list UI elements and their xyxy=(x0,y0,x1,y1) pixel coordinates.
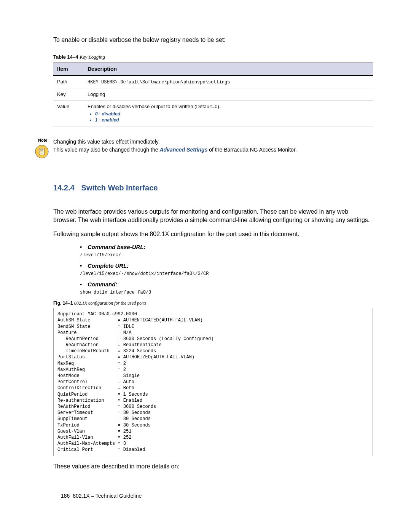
paragraph: Following sample output shows the 802.1X… xyxy=(53,230,373,238)
sub-item: •Command base-URL: xyxy=(80,244,373,250)
cell-item: Value xyxy=(53,101,84,126)
table-row: Key Logging xyxy=(53,88,373,101)
sub-item: •Complete URL: xyxy=(80,262,373,269)
cell-desc: HKEY_USERS\.Default\Software\phion\phion… xyxy=(84,75,373,88)
section-heading: 14.2.4Switch Web Interface xyxy=(53,184,373,192)
table-caption-title: Key Logging xyxy=(80,54,105,60)
table-row: Path HKEY_USERS\.Default\Software\phion\… xyxy=(53,75,373,88)
cell-item: Path xyxy=(53,75,84,88)
table-row: Value Enables or disables verbose output… xyxy=(53,101,373,126)
note-line2b: of the Barracuda NG Access Monitor. xyxy=(207,147,296,153)
th-item: Item xyxy=(53,63,84,76)
figure-caption: Fig. 14–1 802.1X configuration for the u… xyxy=(53,300,373,306)
note-label: Note xyxy=(38,138,47,142)
page-number: 186 xyxy=(61,493,70,499)
value-options-list: 0 - disabled 1 - enabled xyxy=(88,111,369,123)
section-number: 14.2.4 xyxy=(53,184,75,192)
note-text: Changing this value takes effect immedia… xyxy=(53,138,373,154)
figure-caption-label: Fig. 14–1 xyxy=(53,300,73,306)
intro-text: To enable or disable verbose the below r… xyxy=(53,37,373,43)
cell-desc: Enables or disables verbose output to be… xyxy=(84,101,373,126)
th-description: Description xyxy=(84,63,373,76)
note-line2a: This value may also be changed through t… xyxy=(53,147,159,153)
svg-rect-1 xyxy=(39,148,45,155)
table-caption-label: Table 14–4 xyxy=(53,54,78,60)
table-caption: Table 14–4 Key Logging xyxy=(53,54,373,60)
cell-desc: Logging xyxy=(84,88,373,101)
note-icon xyxy=(35,145,49,158)
footer-text: 802.1X – Technical Guideline xyxy=(73,493,142,499)
figure-caption-title: 802.1X configuration for the used ports xyxy=(74,300,147,306)
sub-item-label: Command: xyxy=(88,281,117,288)
sub-item: •Command: xyxy=(80,281,373,288)
advanced-settings-link[interactable]: Advanced Settings xyxy=(159,147,207,153)
config-output: Supplicant MAC 00a0.c992.0000 AuthSM Sta… xyxy=(53,308,373,456)
registry-path: HKEY_USERS\.Default\Software\phion\phion… xyxy=(88,80,230,85)
page-footer: 186 802.1X – Technical Guideline xyxy=(61,493,373,499)
closing-text: These values are described in more detai… xyxy=(53,463,373,470)
key-logging-table: Item Description Path HKEY_USERS\.Defaul… xyxy=(53,62,373,126)
sub-item-label: Complete URL: xyxy=(88,262,129,269)
note-block: Note Changing this value takes effect im… xyxy=(38,138,373,161)
note-line1: Changing this value takes effect immedia… xyxy=(53,139,160,145)
value-option: 0 - disabled xyxy=(95,111,369,117)
code-line: show dot1x interface fa0/3 xyxy=(80,290,373,295)
sub-item-label: Command base-URL: xyxy=(88,244,146,250)
value-desc: Enables or disables verbose output to be… xyxy=(88,104,220,109)
paragraph: The web interface provides various outpu… xyxy=(53,208,373,225)
code-line: /level/15/exec/-/show/dot1x/interface/fa… xyxy=(80,271,373,276)
code-line: /level/15/exec/- xyxy=(80,252,373,258)
cell-item: Key xyxy=(53,88,84,101)
value-option: 1 - enabled xyxy=(95,117,369,123)
section-title: Switch Web Interface xyxy=(81,184,158,192)
